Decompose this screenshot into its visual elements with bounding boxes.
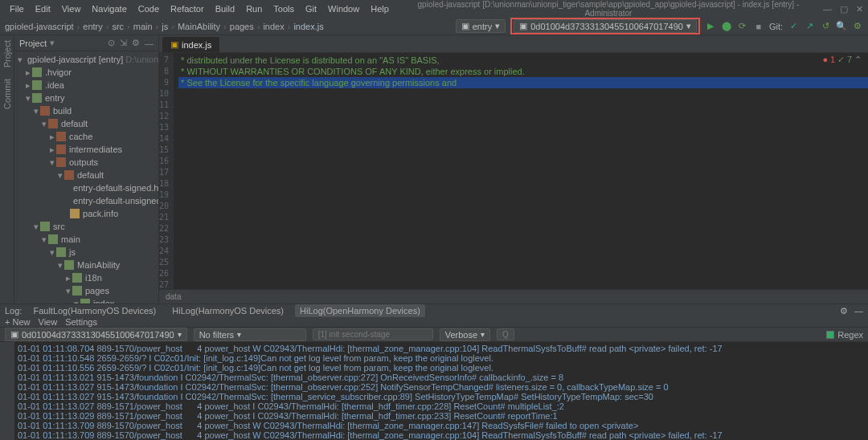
gear-icon[interactable]: ⚙ (840, 306, 848, 316)
regex-toggle[interactable]: Regex (826, 330, 863, 340)
tree-node[interactable]: ▾outputs (14, 156, 158, 169)
log-device-selector[interactable]: ▣ 0d01004d37333130455100647017490 ▾ (5, 328, 187, 341)
log-tab-hilog-harmony[interactable]: HiLog(HarmonyOS Devices) (167, 304, 289, 317)
log-view-button[interactable]: View (39, 317, 58, 327)
gear-icon[interactable]: ⚙ (132, 38, 140, 48)
log-line[interactable]: 01-01 01:11:10.556 2659-2659/? I C02c01/… (18, 363, 865, 373)
tree-node[interactable]: ▾default (14, 117, 158, 130)
menu-build[interactable]: Build (211, 2, 240, 15)
crumb-segment[interactable]: MainAbility (178, 22, 220, 31)
search-icon[interactable]: 🔍 (836, 21, 847, 32)
run-icon[interactable]: ▶ (705, 21, 716, 32)
tree-node[interactable]: ▾entry (14, 92, 158, 104)
crumb-segment[interactable]: pages (230, 22, 254, 31)
code-line[interactable]: * distributed under the License is distr… (178, 55, 868, 66)
coverage-icon[interactable]: ⟳ (737, 21, 748, 32)
code-content[interactable]: * distributed under the License is distr… (174, 53, 868, 289)
tree-node[interactable]: ▾src (14, 220, 158, 233)
collapse-icon[interactable]: ⇲ (120, 38, 127, 48)
settings-icon[interactable]: ⚙ (852, 21, 863, 32)
code-editor[interactable]: 7891011121314151617181920212223242526272… (159, 53, 868, 289)
twisty-icon: ▾ (34, 106, 39, 116)
code-line[interactable]: * WITHOUT WARRANTIES OR CONDITIONS OF AN… (178, 66, 868, 77)
breadcrumb: gpioled-javascript›entry›src›main›js›Mai… (5, 22, 324, 31)
tree-node[interactable]: entry-default-signed.hap (14, 181, 158, 194)
log-process-input[interactable]: [1] init second-stage (313, 328, 433, 340)
tree-node[interactable]: ▸intermediates (14, 143, 158, 156)
tree-node[interactable]: pack.info (14, 207, 158, 220)
tree-node[interactable]: ▾index (14, 297, 158, 304)
log-line[interactable]: 01-01 01:11:13.027 915-1473/foundation I… (18, 382, 865, 392)
log-filter-selector[interactable]: No filters ▾ (194, 328, 306, 341)
commit-tool-tab[interactable]: Commit (2, 79, 12, 109)
menu-git[interactable]: Git (301, 2, 321, 15)
project-tool-tab[interactable]: Project (2, 40, 12, 67)
log-new-button[interactable]: + New (5, 317, 31, 327)
log-line[interactable]: 01-01 01:11:13.021 915-1473/foundation I… (18, 373, 865, 382)
menu-refactor[interactable]: Refactor (166, 2, 209, 15)
editor-tab-index-js[interactable]: ▣ index.js (162, 37, 219, 52)
tree-node[interactable]: ▸i18n (14, 271, 158, 284)
menu-help[interactable]: Help (366, 2, 394, 15)
menu-edit[interactable]: Edit (31, 2, 55, 15)
tree-node[interactable]: ▾default (14, 169, 158, 181)
log-level-selector[interactable]: Verbose ▾ (440, 328, 490, 341)
tree-node[interactable]: ▸cache (14, 130, 158, 143)
crumb-segment[interactable]: index (263, 22, 284, 31)
twisty-icon: ▸ (26, 67, 31, 78)
crumb-segment[interactable]: index.js (293, 22, 323, 31)
menu-view[interactable]: View (57, 2, 86, 15)
close-icon[interactable]: ✕ (856, 4, 863, 14)
project-tree[interactable]: ▾gpioled-javascript [entry] D:\unionman\… (14, 51, 158, 304)
tree-node[interactable]: ▾MainAbility (14, 259, 158, 271)
log-line[interactable]: 01-01 01:11:13.029 889-1571/power_host 4… (18, 411, 865, 421)
select-opened-icon[interactable]: ⊙ (108, 38, 115, 48)
hide-icon[interactable]: — (145, 39, 154, 48)
git-push-icon[interactable]: ↗ (804, 21, 815, 32)
maximize-icon[interactable]: ▢ (840, 4, 848, 14)
crumb-segment[interactable]: main (133, 22, 153, 31)
menu-file[interactable]: File (5, 2, 29, 15)
log-line[interactable]: 01-01 01:11:13.709 889-1570/power_host 4… (18, 421, 865, 430)
tree-node[interactable]: ▸.idea (14, 79, 158, 92)
minimize-icon[interactable]: — (823, 4, 832, 14)
crumb-segment[interactable]: src (112, 22, 124, 31)
log-search-input[interactable]: Q (497, 328, 514, 340)
code-line[interactable]: * See the License for the specific langu… (178, 77, 868, 88)
tree-node[interactable]: entry-default-unsigned.hap (14, 194, 158, 207)
log-filter-bar: ▣ 0d01004d37333130455100647017490 ▾ No f… (0, 328, 868, 342)
log-line[interactable]: 01-01 01:11:13.027 915-1473/foundation I… (18, 392, 865, 401)
git-history-icon[interactable]: ↺ (820, 21, 831, 32)
tree-node[interactable]: ▾main (14, 233, 158, 246)
git-pull-icon[interactable]: ✓ (788, 21, 799, 32)
tree-node[interactable]: ▸.hvigor (14, 66, 158, 79)
crumb-segment[interactable]: gpioled-javascript (5, 22, 74, 31)
log-tab-hilog-open[interactable]: HiLog(OpenHarmony Devices) (295, 304, 425, 317)
run-config-selector[interactable]: ▣ entry ▾ (456, 19, 506, 33)
tree-node[interactable]: ▾pages (14, 284, 158, 297)
log-settings-button[interactable]: Settings (65, 317, 97, 327)
device-selector[interactable]: ▣ 0d01004d37333130455100647017490 ▾ (514, 19, 697, 33)
crumb-segment[interactable]: js (162, 22, 168, 31)
log-line[interactable]: 01-01 01:11:13.027 889-1571/power_host 4… (18, 401, 865, 411)
menu-navigate[interactable]: Navigate (87, 2, 131, 15)
stop-icon[interactable]: ■ (753, 21, 764, 32)
chevron-down-icon[interactable]: ▾ (50, 38, 55, 48)
tree-node[interactable]: ▾build (14, 104, 158, 117)
log-line[interactable]: 01-01 01:11:13.709 889-1570/power_host 4… (18, 430, 865, 440)
log-tab-faultlog[interactable]: FaultLog(HarmonyOS Devices) (28, 304, 161, 317)
tree-node[interactable]: ▾gpioled-javascript [entry] D:\unionman\… (14, 53, 158, 66)
log-output[interactable]: 01-01 01:11:08.704 889-1570/power_host 4… (14, 342, 868, 440)
log-line[interactable]: 01-01 01:11:08.704 889-1570/power_host 4… (18, 344, 865, 353)
menu-run[interactable]: Run (241, 2, 267, 15)
hide-icon[interactable]: — (854, 306, 863, 316)
tree-node[interactable]: ▾js (14, 246, 158, 259)
menu-tools[interactable]: Tools (268, 2, 299, 15)
menu-window[interactable]: Window (323, 2, 364, 15)
menu-code[interactable]: Code (133, 2, 164, 15)
log-line[interactable]: 01-01 01:11:10.548 2659-2659/? I C02c01/… (18, 353, 865, 363)
debug-icon[interactable]: ⬤ (721, 21, 732, 32)
inspection-widget[interactable]: ● 1 ✓ 7 ⌃ (822, 55, 862, 65)
crumb-segment[interactable]: entry (83, 22, 102, 31)
editor-breadcrumb[interactable]: data (159, 289, 868, 304)
